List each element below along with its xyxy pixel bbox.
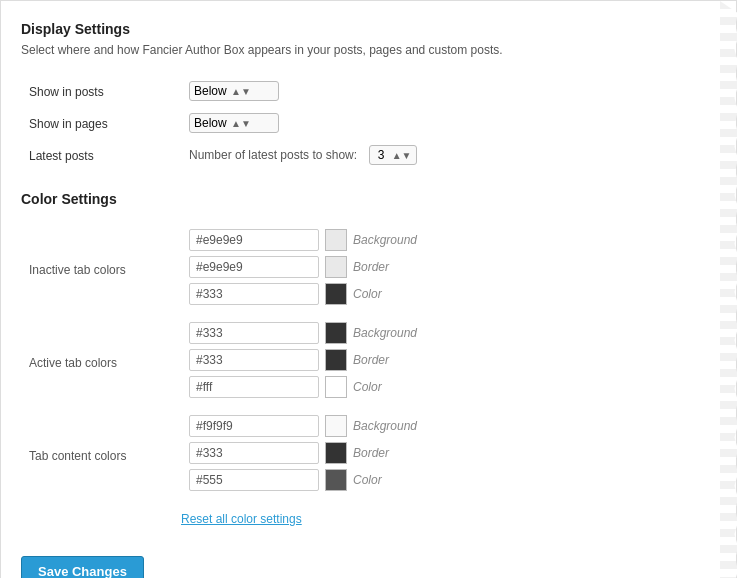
active-bg-label: Background [353,326,433,340]
content-bg-row: Background [189,415,708,437]
page-title: Display Settings [21,21,716,37]
content-color-swatch [325,469,347,491]
show-in-posts-row: Show in posts Below Above Hide ▲▼ [21,75,716,107]
inactive-border-label: Border [353,260,433,274]
content-bg-label: Background [353,419,433,433]
active-color-swatch [325,376,347,398]
page-description: Select where and how Fancier Author Box … [21,43,716,57]
inactive-tab-controls: Background Border Color [181,223,716,316]
show-in-pages-row: Show in pages Below Above Hide ▲▼ [21,107,716,139]
active-bg-input[interactable] [189,322,319,344]
active-border-row: Border [189,349,708,371]
show-in-posts-select[interactable]: Below Above Hide [194,84,243,98]
content-color-row: Color [189,469,708,491]
active-border-input[interactable] [189,349,319,371]
active-border-label: Border [353,353,433,367]
tab-content-row: Tab content colors Background Border [21,409,716,502]
inactive-border-input[interactable] [189,256,319,278]
latest-posts-description: Number of latest posts to show: [189,148,357,162]
content-color-label: Color [353,473,433,487]
active-color-label: Color [353,380,433,394]
content-border-input[interactable] [189,442,319,464]
reset-colors-link[interactable]: Reset all color settings [181,512,716,526]
inactive-color-row: Color [189,283,708,305]
show-in-posts-control: Below Above Hide ▲▼ [181,75,716,107]
show-in-posts-select-wrapper: Below Above Hide ▲▼ [189,81,279,101]
inactive-border-row: Border [189,256,708,278]
content-border-row: Border [189,442,708,464]
active-border-swatch [325,349,347,371]
color-settings-table: Inactive tab colors Background Border [21,223,716,502]
latest-posts-label: Latest posts [21,139,181,171]
inactive-bg-swatch [325,229,347,251]
active-color-row: Color [189,376,708,398]
save-button[interactable]: Save Changes [21,556,144,578]
inactive-bg-input[interactable] [189,229,319,251]
latest-posts-input[interactable] [374,148,404,162]
show-in-pages-select-wrapper: Below Above Hide ▲▼ [189,113,279,133]
content-border-label: Border [353,446,433,460]
inactive-bg-row: Background [189,229,708,251]
show-in-pages-select[interactable]: Below Above Hide [194,116,243,130]
active-tab-label: Active tab colors [21,316,181,409]
latest-posts-row: Latest posts Number of latest posts to s… [21,139,716,171]
inactive-border-swatch [325,256,347,278]
latest-posts-number-wrapper: ▲▼ [369,145,417,165]
content-color-input[interactable] [189,469,319,491]
active-tab-row: Active tab colors Background Border [21,316,716,409]
content-bg-swatch [325,415,347,437]
latest-posts-control: Number of latest posts to show: ▲▼ [181,139,716,171]
color-settings-title: Color Settings [21,191,716,207]
active-color-input[interactable] [189,376,319,398]
show-in-posts-label: Show in posts [21,75,181,107]
tab-content-controls: Background Border Color [181,409,716,502]
inactive-bg-label: Background [353,233,433,247]
inactive-color-label: Color [353,287,433,301]
inactive-color-swatch [325,283,347,305]
inactive-tab-label: Inactive tab colors [21,223,181,316]
active-tab-controls: Background Border Color [181,316,716,409]
content-bg-input[interactable] [189,415,319,437]
content-border-swatch [325,442,347,464]
page-wrapper: Display Settings Select where and how Fa… [0,0,737,578]
inactive-tab-row: Inactive tab colors Background Border [21,223,716,316]
show-in-pages-control: Below Above Hide ▲▼ [181,107,716,139]
display-settings-table: Show in posts Below Above Hide ▲▼ Show i… [21,75,716,171]
inactive-color-input[interactable] [189,283,319,305]
active-bg-row: Background [189,322,708,344]
show-in-pages-label: Show in pages [21,107,181,139]
active-bg-swatch [325,322,347,344]
tab-content-label: Tab content colors [21,409,181,502]
